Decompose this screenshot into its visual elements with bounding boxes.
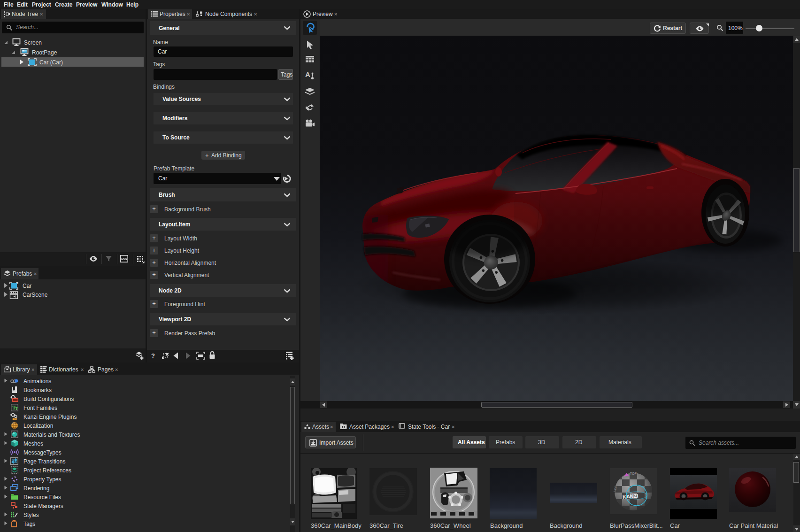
svg-text:KANZI: KANZI [623, 493, 638, 500]
svg-text:TOP: TOP [630, 472, 637, 475]
svg-text:T: T [15, 406, 18, 411]
svg-text:A: A [305, 70, 310, 78]
